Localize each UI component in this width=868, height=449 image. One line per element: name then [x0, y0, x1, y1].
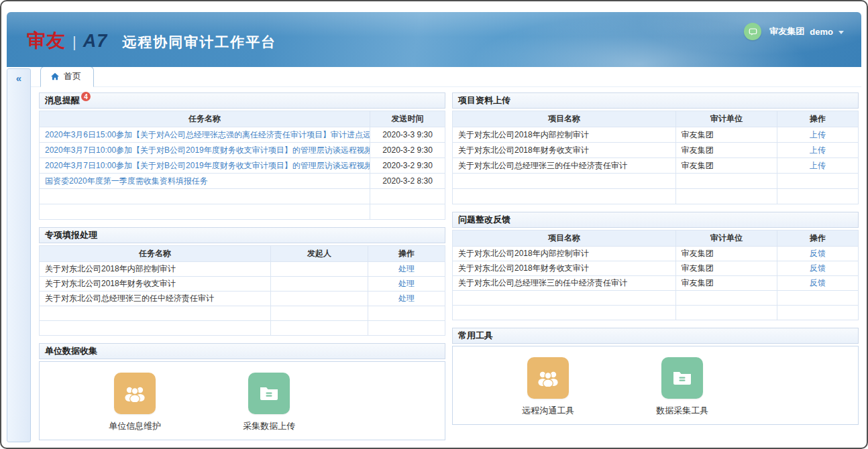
chat-bubble-icon — [748, 27, 758, 37]
right-column: 项目资料上传 项目名称 审计单位 操作 关于对东北公司2018年内部控制审计 — [452, 92, 859, 442]
special-filing-table: 任务名称 发起人 操作 关于对东北公司2018年内部控制审计 处理 关于对东北公… — [39, 245, 445, 336]
content-area: 首页 消息提醒 4 任务名称 — [31, 67, 861, 442]
panel-title: 专项填报处理 — [45, 229, 97, 241]
task-link[interactable]: 2020年3月6日15:00参加【关于对A公司总经理张志强的离任经济责任审计项目… — [45, 129, 370, 141]
audit-unit-cell: 审友集团 — [675, 247, 777, 261]
task-link[interactable]: 2020年3月7日10:00参加【关于对B公司2019年度财务收支审计项目】的管… — [45, 145, 370, 156]
logo-product-text: A7 — [83, 31, 108, 52]
task-link[interactable]: 国资委2020年度第一季度需收集资料填报任务 — [45, 176, 208, 186]
tile-label: 数据采集工具 — [656, 405, 708, 417]
column-header-send-time: 发送时间 — [370, 111, 445, 127]
table-row: 关于对东北公司2018年内部控制审计 处理 — [40, 262, 445, 277]
messages-table: 任务名称 发送时间 2020年3月6日15:00参加【关于对A公司总经理张志强的… — [39, 111, 445, 220]
initiator-cell — [270, 262, 368, 277]
user-org-label: 审友集团 — [769, 25, 804, 38]
handle-link[interactable]: 处理 — [398, 264, 415, 273]
column-header-project-name: 项目名称 — [453, 231, 676, 247]
chevron-down-icon — [838, 31, 844, 34]
task-name-cell: 关于对东北公司2018年财务收支审计 — [40, 277, 271, 292]
column-header-action: 操作 — [368, 246, 445, 262]
project-name-cell: 关于对东北公司总经理张三的任中经济责任审计 — [453, 158, 676, 174]
panel-title: 项目资料上传 — [458, 94, 510, 107]
audit-unit-cell: 审友集团 — [675, 276, 777, 291]
table-row: 2020年3月7日10:00参加【关于对B公司2019年度财务收支审计项目】的管… — [40, 158, 445, 174]
unread-count-badge: 4 — [81, 92, 91, 101]
empty-row — [40, 321, 445, 336]
tile-remote-communication-tool[interactable]: 远程沟通工具 — [481, 357, 615, 419]
tile-label: 采集数据上传 — [243, 420, 295, 432]
panel-common-tools: 常用工具 — [452, 328, 859, 425]
task-name-cell: 关于对东北公司2018年内部控制审计 — [40, 262, 271, 277]
home-icon — [50, 72, 60, 80]
tab-bar: 首页 — [31, 67, 861, 87]
messenger-button[interactable] — [744, 23, 761, 40]
upload-link[interactable]: 上传 — [810, 145, 826, 155]
panel-title-bar: 问题整改反馈 — [452, 212, 859, 228]
folder-icon — [248, 373, 290, 414]
table-row: 关于对东北公司总经理张三的任中经济责任审计 审友集团 反馈 — [453, 276, 859, 291]
main-area: « 首页 消息 — [7, 67, 861, 442]
tiles-body: 单位信息维护 采集数据上传 — [39, 361, 445, 440]
user-area: 审友集团 demo — [744, 23, 844, 40]
upload-link[interactable]: 上传 — [810, 130, 826, 139]
tile-data-collection-tool[interactable]: 数据采集工具 — [615, 357, 749, 419]
empty-row — [453, 291, 859, 306]
project-upload-table: 项目名称 审计单位 操作 关于对东北公司2018年内部控制审计 审友集团 上传 … — [452, 111, 859, 204]
panel-title-bar: 项目资料上传 — [452, 92, 859, 109]
panel-title-bar: 专项填报处理 — [39, 227, 445, 243]
feedback-link[interactable]: 反馈 — [810, 263, 826, 273]
user-name-label: demo — [810, 27, 833, 37]
folder-icon — [661, 357, 703, 399]
upload-link[interactable]: 上传 — [810, 161, 826, 170]
sidebar-collapse-strip[interactable]: « — [7, 68, 31, 442]
panel-unit-data-collection: 单位数据收集 — [39, 343, 445, 440]
project-name-cell: 关于对东北公司2018年财务收支审计 — [453, 261, 676, 276]
feedback-link[interactable]: 反馈 — [810, 278, 826, 287]
audit-unit-cell: 审友集团 — [675, 143, 777, 158]
empty-row — [40, 204, 445, 220]
project-name-cell: 关于对东北公司2018年财务收支审计 — [453, 143, 676, 158]
panel-special-filing: 专项填报处理 任务名称 发起人 操作 关于对东北公司2018年内部控制审计 — [39, 227, 445, 336]
task-link[interactable]: 2020年3月7日10:00参加【关于对B公司2019年度财务收支审计项目】的管… — [45, 160, 370, 172]
panel-title: 问题整改反馈 — [458, 214, 510, 226]
handle-link[interactable]: 处理 — [398, 294, 415, 303]
chevrons-left-icon[interactable]: « — [16, 73, 21, 83]
table-row: 关于对东北公司2018年财务收支审计 审友集团 上传 — [453, 143, 859, 158]
column-header-task-name: 任务名称 — [40, 246, 271, 262]
send-time-cell: 2020-3-3 9:30 — [370, 127, 445, 143]
tab-home[interactable]: 首页 — [40, 66, 94, 87]
tile-label: 单位信息维护 — [109, 420, 161, 432]
initiator-cell — [270, 277, 368, 292]
table-row: 关于对东北公司2018年内部控制审计 审友集团 上传 — [453, 127, 859, 143]
tile-collect-data-upload[interactable]: 采集数据上传 — [202, 373, 336, 434]
column-header-action: 操作 — [777, 231, 859, 247]
handle-link[interactable]: 处理 — [398, 279, 415, 288]
table-row: 关于对东北公司2018年财务收支审计 处理 — [40, 277, 445, 292]
empty-row — [453, 174, 859, 189]
panel-title: 单位数据收集 — [45, 345, 97, 357]
feedback-link[interactable]: 反馈 — [810, 249, 826, 258]
panel-message-reminders: 消息提醒 4 任务名称 发送时间 2020年3月6日15:00参加 — [39, 92, 445, 220]
send-time-cell: 2020-3-2 9:30 — [370, 143, 445, 158]
table-row: 2020年3月6日15:00参加【关于对A公司总经理张志强的离任经济责任审计项目… — [40, 127, 445, 143]
panel-title-bar: 常用工具 — [452, 328, 859, 344]
left-column: 消息提醒 4 任务名称 发送时间 2020年3月6日15:00参加 — [39, 92, 445, 442]
app-window: 审友 | A7 远程协同审计工作平台 审友集团 demo — [0, 0, 868, 449]
logo-brand-text: 审友 — [27, 28, 66, 54]
people-group-icon — [527, 357, 569, 399]
app-logo: 审友 | A7 远程协同审计工作平台 — [27, 28, 276, 54]
audit-unit-cell: 审友集团 — [675, 261, 777, 276]
table-row: 关于对东北公司2018年财务收支审计 审友集团 反馈 — [453, 261, 859, 276]
project-name-cell: 关于对东北公司总经理张三的任中经济责任审计 — [453, 276, 676, 291]
column-header-initiator: 发起人 — [270, 246, 368, 262]
panel-issue-feedback: 问题整改反馈 项目名称 审计单位 操作 关于对东北公司2018年内部控制审计 — [452, 212, 859, 320]
initiator-cell — [270, 292, 368, 306]
user-menu[interactable]: 审友集团 demo — [769, 25, 844, 38]
send-time-cell: 2020-3-2 8:30 — [370, 174, 445, 189]
send-time-cell: 2020-3-2 9:30 — [370, 158, 445, 174]
tile-unit-info-maintenance[interactable]: 单位信息维护 — [68, 373, 202, 434]
column-header-action: 操作 — [777, 111, 859, 127]
issue-feedback-table: 项目名称 审计单位 操作 关于对东北公司2018年内部控制审计 审友集团 反馈 … — [452, 230, 859, 320]
app-header: 审友 | A7 远程协同审计工作平台 审友集团 demo — [7, 12, 861, 67]
column-header-audit-unit: 审计单位 — [675, 231, 777, 247]
